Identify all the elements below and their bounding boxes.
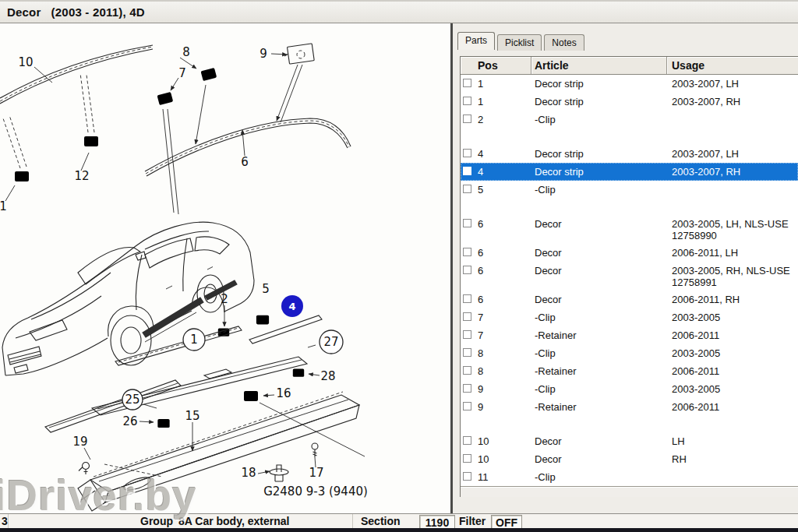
row-checkbox[interactable] — [463, 149, 471, 157]
row-checkbox[interactable] — [463, 472, 471, 481]
pos-cell: 6 — [461, 291, 531, 308]
row-checkbox[interactable] — [463, 219, 471, 227]
diagram-label-15[interactable]: 15 — [185, 409, 200, 423]
article-cell: Decor strip — [531, 145, 667, 163]
table-row[interactable]: 11-Clip — [461, 468, 798, 486]
table-row[interactable]: 6Decor2003-2005, LH, NLS-USE 12758990 — [461, 215, 798, 244]
usage-cell: 2003-2007, LH — [667, 75, 798, 93]
page-title: Decor (2003 - 2011), 4D — [7, 5, 145, 19]
table-row[interactable]: 8-Retainer2006-2011 — [461, 362, 798, 380]
pos-cell: 6 — [461, 262, 531, 291]
row-checkbox[interactable] — [463, 115, 471, 123]
clip-8-glyph — [198, 67, 221, 86]
table-spacer-row — [461, 199, 798, 215]
article-cell: -Retainer — [531, 362, 667, 380]
row-checkbox[interactable] — [463, 436, 471, 445]
pos-value: 1 — [478, 96, 483, 107]
pos-cell: 4 — [461, 145, 531, 163]
column-header-usage[interactable]: Usage — [667, 57, 798, 74]
article-cell: Decor strip — [531, 163, 667, 181]
diagram-label-10[interactable]: 10 — [18, 55, 33, 69]
usage-cell — [667, 111, 798, 129]
table-row[interactable]: 2-Clip — [461, 111, 798, 129]
row-checkbox[interactable] — [463, 402, 471, 410]
tab-parts[interactable]: Parts — [457, 32, 495, 50]
table-row[interactable]: 4Decor strip2003-2007, LH — [461, 145, 798, 163]
article-cell: Decor — [531, 244, 667, 262]
table-row[interactable]: 1Decor strip2003-2007, RH — [461, 93, 798, 111]
diagram-label-5[interactable]: 5 — [262, 282, 270, 296]
table-row[interactable]: 6Decor2006-2011, RH — [461, 291, 798, 308]
clip-7-glyph — [154, 91, 178, 110]
diagram-label-16[interactable]: 16 — [276, 386, 291, 400]
clip-5-glyph — [253, 315, 271, 328]
diagram-label-19[interactable]: 19 — [72, 435, 87, 449]
diagram-line-art — [0, 44, 365, 511]
row-checkbox[interactable] — [463, 266, 471, 274]
table-row[interactable]: 6Decor2006-2011, LH — [461, 244, 798, 262]
diagram-label-27[interactable]: 27 — [323, 335, 338, 349]
usage-cell: 2006-2011, RH — [667, 291, 798, 308]
diagram-label-18[interactable]: 18 — [241, 466, 256, 480]
diagram-label-7[interactable]: 7 — [178, 66, 186, 80]
row-checkbox[interactable] — [463, 454, 471, 463]
diagram-label-26[interactable]: 26 — [122, 414, 137, 428]
table-row[interactable]: 7-Clip2003-2005 — [461, 308, 798, 326]
diagram-label-17[interactable]: 17 — [309, 466, 323, 480]
article-cell: Decor — [531, 262, 667, 291]
diagram-label-4[interactable]: 4 — [288, 301, 295, 312]
diagram-caption: G2480 9-3 (9440) — [263, 484, 368, 499]
row-checkbox[interactable] — [463, 384, 471, 393]
table-row[interactable]: 6Decor2003-2005, RH, NLS-USE 12758991 — [461, 262, 798, 291]
row-checkbox[interactable] — [463, 366, 471, 375]
clip-26-glyph — [155, 419, 172, 431]
row-checkbox[interactable] — [463, 97, 471, 105]
diagram-label-6[interactable]: 6 — [241, 155, 249, 169]
row-checkbox[interactable] — [463, 312, 471, 321]
diagram-label-25[interactable]: 25 — [125, 393, 139, 407]
diagram-label-2[interactable]: 2 — [221, 292, 228, 306]
diagram-label-12[interactable]: 12 — [74, 169, 89, 183]
table-row[interactable]: 9-Clip2003-2005 — [461, 380, 798, 398]
row-checkbox[interactable] — [463, 294, 471, 303]
table-header: PosArticleUsage — [461, 57, 798, 75]
table-row[interactable]: 9-Retainer2006-2011 — [461, 398, 798, 416]
usage-cell: 2006-2011 — [667, 326, 798, 344]
diagram-label-9[interactable]: 9 — [260, 47, 267, 61]
usage-cell: RH — [667, 450, 798, 468]
bottom-edge — [0, 528, 798, 532]
table-row[interactable]: 10DecorRH — [461, 450, 798, 468]
row-checkbox[interactable] — [463, 330, 471, 339]
table-row[interactable]: 7-Retainer2006-2011 — [461, 326, 798, 344]
pos-cell: 8 — [461, 344, 531, 362]
tab-notes[interactable]: Notes — [544, 34, 584, 51]
column-header-pos[interactable]: Pos — [461, 57, 531, 74]
parts-diagram[interactable]: 1087961211254272825261516191817 G2480 9-… — [0, 23, 450, 514]
diagram-label-28[interactable]: 28 — [320, 369, 335, 383]
row-checkbox[interactable] — [463, 79, 471, 87]
row-checkbox[interactable] — [463, 348, 471, 357]
row-checkbox[interactable] — [463, 185, 471, 193]
pos-value: 1 — [478, 78, 483, 90]
usage-cell: 2003-2005, LH, NLS-USE 12758990 — [667, 215, 798, 244]
diagram-label-1[interactable]: 1 — [190, 333, 198, 347]
diagram-label-8[interactable]: 8 — [182, 45, 190, 59]
table-row[interactable]: 5-Clip — [461, 181, 798, 199]
diagram-label-1[interactable]: 1 — [0, 199, 7, 213]
pos-value: 6 — [478, 247, 483, 259]
article-cell: Decor — [531, 291, 667, 308]
usage-cell: 2006-2011, LH — [667, 244, 798, 262]
pos-value: 4 — [478, 148, 483, 160]
table-row[interactable]: 10DecorLH — [461, 432, 798, 450]
row-checkbox[interactable] — [463, 248, 471, 256]
usage-cell: 2006-2011 — [667, 362, 798, 380]
row-checkbox[interactable] — [463, 167, 471, 175]
table-row[interactable]: 4Decor strip2003-2007, RH — [461, 163, 798, 181]
column-header-article[interactable]: Article — [531, 57, 667, 74]
table-row[interactable]: 1Decor strip2003-2007, LH — [461, 75, 798, 93]
tab-picklist[interactable]: Picklist — [497, 34, 542, 51]
group-value: 8A Car body, external — [178, 515, 289, 527]
clip-12-glyph — [81, 136, 101, 150]
tab-bar: PartsPicklistNotes — [457, 33, 587, 50]
table-row[interactable]: 8-Clip2003-2005 — [461, 344, 798, 362]
